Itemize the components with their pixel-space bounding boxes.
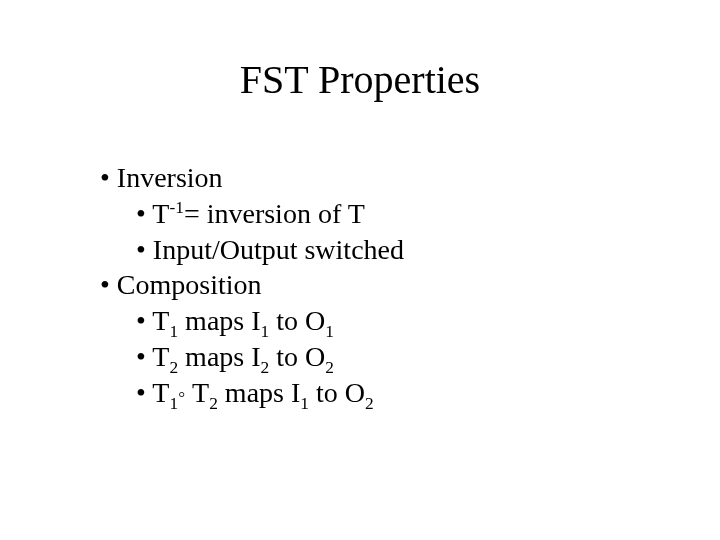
superscript: -1: [169, 198, 183, 217]
bullet-inversion: • Inversion: [100, 160, 404, 196]
text: T: [152, 377, 169, 408]
text: maps I: [178, 341, 260, 372]
bullet-composition: • Composition: [100, 267, 404, 303]
text: to O: [269, 305, 325, 336]
text: T: [186, 377, 210, 408]
bullet-icon: •: [136, 341, 146, 372]
bullet-text: Composition: [117, 269, 262, 300]
text: T: [152, 341, 169, 372]
subscript: 2: [365, 394, 374, 413]
compose-icon: ◦: [178, 382, 185, 406]
subscript: 1: [325, 322, 334, 341]
text: T: [152, 198, 169, 229]
subscript: 2: [209, 394, 218, 413]
subscript: 2: [325, 358, 334, 377]
bullet-icon: •: [136, 234, 146, 265]
bullet-comp-t2: • T2 maps I2 to O2: [136, 339, 404, 375]
bullet-icon: •: [136, 305, 146, 336]
subscript: 1: [169, 394, 178, 413]
text: to O: [309, 377, 365, 408]
slide: FST Properties • Inversion • T-1= invers…: [0, 0, 720, 540]
bullet-icon: •: [136, 198, 146, 229]
bullet-icon: •: [100, 162, 110, 193]
bullet-inversion-io: • Input/Output switched: [136, 232, 404, 268]
text: maps I: [218, 377, 300, 408]
subscript: 1: [300, 394, 309, 413]
subscript: 1: [261, 322, 270, 341]
text: to O: [269, 341, 325, 372]
text: Input/Output switched: [153, 234, 404, 265]
bullet-text: Inversion: [117, 162, 223, 193]
subscript: 2: [261, 358, 270, 377]
subscript: 1: [169, 322, 178, 341]
bullet-inversion-tinv: • T-1= inversion of T: [136, 196, 404, 232]
bullet-comp-t1: • T1 maps I1 to O1: [136, 303, 404, 339]
text: = inversion of T: [184, 198, 365, 229]
bullet-comp-t1t2: • T1◦ T2 maps I1 to O2: [136, 375, 404, 411]
bullet-icon: •: [136, 377, 146, 408]
text: T: [152, 305, 169, 336]
bullet-icon: •: [100, 269, 110, 300]
slide-title: FST Properties: [0, 56, 720, 103]
subscript: 2: [169, 358, 178, 377]
text: maps I: [178, 305, 260, 336]
slide-body: • Inversion • T-1= inversion of T • Inpu…: [100, 160, 404, 411]
